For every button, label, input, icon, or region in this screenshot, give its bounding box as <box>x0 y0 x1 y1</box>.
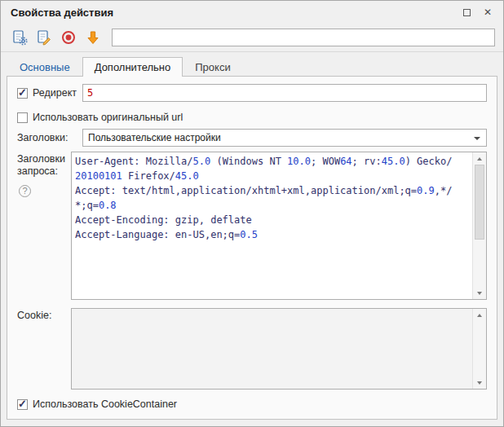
headers-mode-selected-value: Пользовательские настройки <box>88 132 221 143</box>
tab-content-panel: Редирект Использовать оригинальный url З… <box>7 76 497 420</box>
redirect-row: Редирект <box>17 84 487 102</box>
maximize-icon <box>463 9 471 16</box>
headers-mode-combobox[interactable]: Пользовательские настройки <box>82 129 487 147</box>
maximize-button[interactable] <box>456 3 477 21</box>
window-title: Свойства действия <box>11 7 456 19</box>
scroll-up-icon[interactable] <box>473 309 486 321</box>
use-original-url-row: Использовать оригинальный url <box>17 111 487 124</box>
tab-dopolnitelno[interactable]: Дополнительно <box>82 57 183 77</box>
scroll-down-icon[interactable] <box>473 376 486 389</box>
request-headers-textarea[interactable]: User-Agent: Mozilla/5.0 (Windows NT 10.0… <box>71 152 487 300</box>
cookie-text <box>72 309 472 389</box>
request-headers-row: Заголовки запроса: ? User-Agent: Mozilla… <box>17 152 487 300</box>
cookie-label: Cookie: <box>17 310 51 321</box>
use-cookie-container-checkbox[interactable] <box>17 399 28 410</box>
use-original-url-label: Использовать оригинальный url <box>33 112 183 123</box>
use-cookie-container-label: Использовать CookieContainer <box>33 398 177 410</box>
redirect-checkbox[interactable] <box>17 88 28 99</box>
close-button[interactable]: ✕ <box>477 3 498 21</box>
toolbar <box>1 24 503 52</box>
scroll-up-icon[interactable] <box>473 152 486 165</box>
cookie-scrollbar[interactable] <box>472 309 486 389</box>
tab-proksi[interactable]: Прокси <box>183 57 242 77</box>
tab-osnovnye[interactable]: Основные <box>7 57 82 77</box>
action-properties-button[interactable] <box>9 27 30 48</box>
titlebar: Свойства действия ✕ <box>1 1 503 24</box>
move-down-button[interactable] <box>82 27 104 48</box>
help-icon[interactable]: ? <box>19 185 31 197</box>
cookie-row: Cookie: <box>17 308 487 390</box>
toolbar-input[interactable] <box>112 29 495 46</box>
tab-bar: Основные Дополнительно Прокси <box>1 52 503 77</box>
record-button[interactable] <box>58 27 79 48</box>
headers-mode-label: Заголовки: <box>17 132 68 143</box>
scrollbar-thumb[interactable] <box>475 165 484 240</box>
record-icon <box>60 29 77 46</box>
action-properties-icon <box>11 29 28 46</box>
headers-mode-row: Заголовки: Пользовательские настройки <box>17 129 487 147</box>
action-properties-window: Свойства действия ✕ <box>0 0 504 427</box>
cookie-textarea[interactable] <box>71 308 487 390</box>
use-original-url-checkbox[interactable] <box>17 112 28 123</box>
request-headers-label: Заголовки запроса: <box>17 153 65 177</box>
request-headers-text: User-Agent: Mozilla/5.0 (Windows NT 10.0… <box>72 152 472 299</box>
close-icon: ✕ <box>484 7 492 18</box>
redirect-label: Редирект <box>33 87 77 99</box>
scroll-down-icon[interactable] <box>473 287 486 299</box>
edit-action-icon <box>36 29 52 46</box>
use-cookie-container-row: Использовать CookieContainer <box>17 398 487 411</box>
redirect-count-input[interactable] <box>82 84 487 102</box>
chevron-down-icon <box>474 137 480 140</box>
move-down-icon <box>85 29 101 46</box>
request-headers-scrollbar[interactable] <box>472 152 486 299</box>
edit-action-button[interactable] <box>33 27 55 48</box>
